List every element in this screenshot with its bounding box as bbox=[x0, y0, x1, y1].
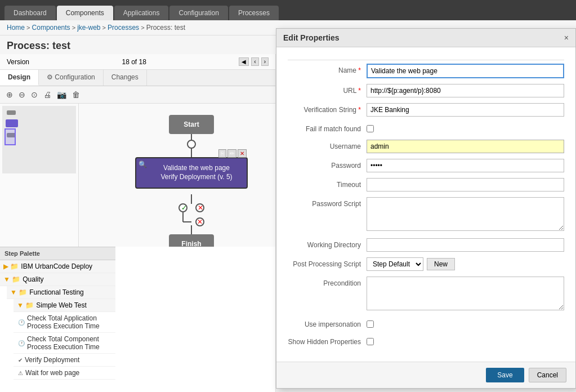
breadcrumb-components[interactable]: Components bbox=[32, 24, 70, 32]
breadcrumb-home[interactable]: Home bbox=[7, 24, 25, 32]
username-row: Username bbox=[288, 140, 564, 153]
palette-item-wait[interactable]: ⚠ Wait for web page bbox=[14, 367, 115, 380]
canvas-toolbar: ⊕ ⊖ ⊙ 🖨 📷 🗑 bbox=[0, 86, 275, 104]
working-dir-input[interactable] bbox=[367, 238, 564, 252]
palette-group-simpleweb-header[interactable]: ▼ 📁 Simple Web Test bbox=[14, 299, 115, 312]
show-hidden-control bbox=[367, 335, 564, 347]
breadcrumb-current: Process: test bbox=[146, 24, 185, 32]
breadcrumb-processes[interactable]: Processes bbox=[108, 24, 139, 32]
palette-subgroup-functional: ▼ 📁 Functional Testing ▼ 📁 Simple Web Te… bbox=[7, 286, 115, 380]
start-node: Start bbox=[169, 115, 214, 134]
new-button[interactable]: New bbox=[427, 258, 455, 270]
copy-icon[interactable]: ⎘ bbox=[218, 149, 226, 158]
palette-group-quality: ▼ 📁 Quality ▼ 📁 Functional Testing ▼ 📁 bbox=[0, 273, 115, 380]
palette-item-label-verify: Verify Deployment bbox=[25, 356, 79, 364]
palette-header: Step Palette bbox=[0, 247, 115, 260]
palette-item-check-component[interactable]: 🕐 Check Total Component Process Executio… bbox=[14, 333, 115, 354]
timeout-control bbox=[367, 178, 564, 191]
version-value: 18 of 18 bbox=[122, 58, 146, 66]
fail-match-checkbox[interactable] bbox=[367, 125, 374, 132]
post-processing-control: Step Default New bbox=[367, 257, 564, 271]
password-script-control bbox=[367, 197, 564, 233]
palette-item-verify[interactable]: ✔ Verify Deployment bbox=[14, 354, 115, 367]
version-bar: Version 18 of 18 ◀ ‹ › bbox=[0, 54, 275, 70]
password-row: Password bbox=[288, 159, 564, 172]
username-input[interactable] bbox=[367, 140, 564, 153]
tab-design[interactable]: Design bbox=[0, 70, 39, 86]
edit-panel-body: Name URL Verification String bbox=[276, 47, 575, 362]
main-area: Version 18 of 18 ◀ ‹ › Design ⚙ Configur… bbox=[0, 54, 576, 392]
fail-match-row: Fail if match found bbox=[288, 122, 564, 134]
edit-panel-footer: Save Cancel bbox=[276, 362, 575, 388]
svg-text:✕: ✕ bbox=[197, 218, 203, 226]
password-script-label: Password Script bbox=[288, 197, 367, 208]
nav-tab-dashboard[interactable]: Dashboard bbox=[5, 6, 56, 20]
process-canvas[interactable]: ✓ ✕ ✕ Start bbox=[79, 104, 275, 247]
zoom-out-button[interactable]: ⊖ bbox=[17, 88, 27, 101]
palette-item-check-app[interactable]: 🕐 Check Total Application Process Execut… bbox=[14, 312, 115, 333]
url-input[interactable] bbox=[367, 84, 564, 97]
zoom-fit-button[interactable]: ⊙ bbox=[29, 88, 39, 101]
folder-icon-quality: ▼ 📁 bbox=[3, 275, 20, 283]
save-button[interactable]: Save bbox=[486, 368, 524, 382]
version-prev[interactable]: ‹ bbox=[251, 57, 258, 66]
url-control bbox=[367, 84, 564, 97]
username-label: Username bbox=[288, 140, 367, 150]
x-icon[interactable]: ✕ bbox=[238, 149, 247, 158]
edit-panel-header: Edit Properties × bbox=[276, 29, 575, 47]
tab-changes[interactable]: Changes bbox=[104, 70, 147, 86]
post-processing-label: Post Processing Script bbox=[288, 257, 367, 268]
use-impersonation-checkbox[interactable] bbox=[367, 320, 374, 328]
use-impersonation-control bbox=[367, 318, 564, 329]
precondition-textarea[interactable] bbox=[367, 277, 564, 310]
check-icon-verify: ✔ bbox=[18, 357, 23, 363]
use-impersonation-label: Use impersonation bbox=[288, 318, 367, 328]
breadcrumb-jke-web[interactable]: jke-web bbox=[77, 24, 100, 32]
nav-tab-components[interactable]: Components bbox=[57, 6, 113, 20]
palette-group-ibm-header[interactable]: ▶ 📁 IBM UrbanCode Deploy bbox=[0, 260, 115, 273]
palette-group-ibm: ▶ 📁 IBM UrbanCode Deploy bbox=[0, 260, 115, 273]
verification-row: Verification String bbox=[288, 103, 564, 117]
verification-input[interactable] bbox=[367, 103, 564, 117]
validate-step-node[interactable]: ⎘ ✏ ✕ 🔍 Validate the web page Verify Dep… bbox=[135, 157, 248, 189]
version-next[interactable]: › bbox=[261, 57, 269, 66]
show-hidden-checkbox[interactable] bbox=[367, 338, 374, 345]
step-node-text: Validate the web page Verify Deployment … bbox=[160, 164, 232, 181]
palette-group-quality-header[interactable]: ▼ 📁 Quality bbox=[0, 273, 115, 286]
print-button[interactable]: 🖨 bbox=[42, 88, 53, 101]
verification-control bbox=[367, 103, 564, 117]
palette-group-functional-header[interactable]: ▼ 📁 Functional Testing bbox=[7, 286, 115, 299]
version-label: Version bbox=[7, 58, 29, 66]
verification-label: Verification String bbox=[288, 103, 367, 114]
step-search-icon: 🔍 bbox=[139, 161, 147, 168]
zoom-in-button[interactable]: ⊕ bbox=[5, 88, 15, 101]
mini-map bbox=[0, 104, 79, 247]
password-script-row: Password Script bbox=[288, 197, 564, 233]
tab-configuration[interactable]: ⚙ Configuration bbox=[39, 70, 104, 86]
post-processing-select[interactable]: Step Default bbox=[367, 257, 423, 271]
use-impersonation-row: Use impersonation bbox=[288, 318, 564, 329]
clock-icon-component: 🕐 bbox=[18, 340, 25, 346]
username-control bbox=[367, 140, 564, 153]
password-input[interactable] bbox=[367, 159, 564, 172]
close-button[interactable]: × bbox=[564, 33, 569, 42]
timeout-input[interactable] bbox=[367, 178, 564, 191]
nav-tab-applications[interactable]: Applications bbox=[114, 6, 169, 20]
fail-match-label: Fail if match found bbox=[288, 122, 367, 133]
cancel-button[interactable]: Cancel bbox=[529, 368, 566, 382]
post-processing-row: Post Processing Script Step Default New bbox=[288, 257, 564, 271]
precondition-row: Precondition bbox=[288, 277, 564, 312]
precondition-label: Precondition bbox=[288, 277, 367, 287]
folder-icon-simpleweb: ▼ 📁 bbox=[17, 301, 34, 309]
name-input[interactable] bbox=[367, 64, 564, 78]
working-dir-control bbox=[367, 238, 564, 252]
version-prev-first[interactable]: ◀ bbox=[239, 57, 249, 66]
nav-tab-processes[interactable]: Processes bbox=[229, 6, 279, 20]
delete-button[interactable]: 🗑 bbox=[70, 88, 82, 101]
working-dir-row: Working Directory bbox=[288, 238, 564, 252]
password-script-textarea[interactable] bbox=[367, 197, 564, 231]
edit-icon[interactable]: ✏ bbox=[227, 149, 236, 158]
palette-subgroup-simpleweb: ▼ 📁 Simple Web Test 🕐 Check Total Applic… bbox=[14, 299, 115, 380]
nav-tab-configuration[interactable]: Configuration bbox=[169, 6, 227, 20]
snapshot-button[interactable]: 📷 bbox=[55, 88, 68, 101]
